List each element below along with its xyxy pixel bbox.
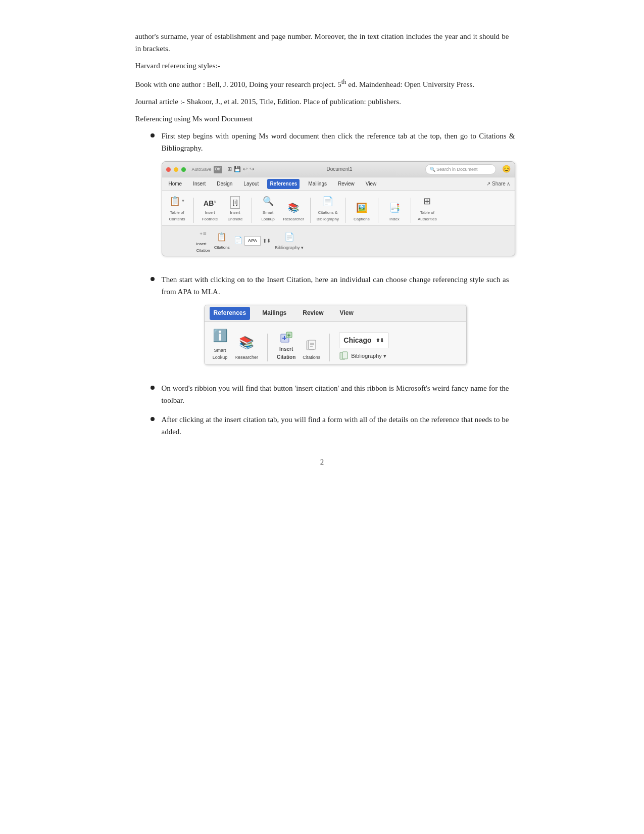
search-box-1[interactable]: 🔍 Search in Document: [425, 164, 496, 174]
tool-toc: 📋 ▼ Table ofContents: [167, 194, 187, 222]
researcher-icon: 📚: [288, 201, 299, 215]
chicago-biblio-group: Chicago ⬆⬇ Bibliography ▾: [339, 333, 388, 361]
sep2-2: [329, 334, 330, 361]
menu-view[interactable]: View: [363, 179, 379, 189]
sep-3: [310, 198, 311, 223]
index-label: Index: [389, 216, 400, 223]
sep-2: [252, 198, 252, 223]
tool2-smart: ℹ️ SmartLookup: [213, 326, 228, 361]
toolbar-icon-4: ↪: [250, 165, 254, 174]
captions-label: Captions: [354, 216, 370, 223]
bibliography-row[interactable]: Bibliography ▾: [339, 351, 386, 361]
tool-footnote: AB¹ InsertFootnote: [200, 198, 220, 223]
menu2-review[interactable]: Review: [299, 307, 327, 319]
text-block-4: Journal article :- Shakoor, J., et al. 2…: [135, 96, 509, 108]
tool2-citations[interactable]: Citations: [303, 339, 320, 361]
menu-bar-2: References Mailings Review View: [205, 305, 466, 321]
citations-label: Citations &Bibliography: [317, 210, 339, 223]
tool-researcher: 📚 Researcher: [283, 201, 304, 223]
bullet-text-3: On word's ribbion you will find that but…: [162, 382, 509, 406]
apa-badge[interactable]: APA: [244, 236, 261, 245]
word-ribbon-partial: References Mailings Review View ℹ️ Smart…: [204, 305, 467, 364]
bullet-dot-3: [151, 386, 155, 390]
paragraph5: Referencing using Ms word Document: [135, 113, 509, 125]
menu-references[interactable]: References: [267, 179, 300, 189]
authorities-icon: ⊞: [423, 194, 431, 209]
insert-citation-icons: [280, 331, 293, 344]
sep-6: [411, 198, 411, 223]
titlebar-1: AutoSave Off ⊞ 💾 ↩ ↪ Document1 🔍 Search …: [162, 162, 515, 177]
bibliography-label: Bibliography ▾: [275, 244, 304, 251]
bullet-text-4: After clicking at the insert citation ta…: [162, 413, 509, 438]
bullet-text-1: First step begins with opening Ms word d…: [162, 130, 515, 266]
insert-citation-label: InsertCitation: [196, 241, 210, 254]
paragraph2: Harvard referencing styles:-: [135, 60, 509, 72]
minimize-btn[interactable]: [174, 167, 178, 172]
bibliography-icon: 📄: [284, 230, 294, 244]
maximize-btn[interactable]: [181, 167, 186, 172]
citations-list-label: Citations: [214, 245, 230, 251]
toolbar-icon-3: ↩: [243, 165, 247, 174]
toolbar-1: 📋 ▼ Table ofContents AB¹ InsertFootnote: [162, 191, 515, 225]
tool2-researcher: 📚 Researcher: [235, 333, 259, 361]
footnote-icon: AB¹: [204, 198, 216, 209]
toc-icon: 📋: [169, 194, 180, 209]
menu-layout[interactable]: Layout: [241, 179, 261, 189]
researcher-label: Researcher: [283, 216, 304, 223]
citations-icon: 📄: [322, 194, 333, 209]
menu-design[interactable]: Design: [214, 179, 235, 189]
apa-doc-icon: 📄: [234, 235, 242, 246]
toolbar-2: ℹ️ SmartLookup 📚 Researcher: [205, 322, 466, 364]
bullet-item-4: After clicking at the insert citation ta…: [151, 413, 509, 438]
dropdown-row-1: + ≡ InsertCitation 📋 Citations: [162, 225, 515, 256]
tool-captions: 🖼️ Captions: [352, 201, 372, 223]
autosave-label: AutoSave: [192, 166, 212, 173]
tool-endnote: [i] InsertEndnote: [225, 196, 245, 222]
menu2-mailings[interactable]: Mailings: [258, 307, 290, 319]
text-block-1: author's surname, year of establishment …: [135, 30, 509, 55]
sep2-1: [267, 334, 268, 361]
apa-section: 📄 APA ⬆⬇: [234, 235, 271, 246]
index-icon: 📑: [389, 201, 400, 215]
ruler-spacer: [167, 241, 192, 241]
text-block-5: Referencing using Ms word Document: [135, 113, 509, 125]
dropdown-insert-citation[interactable]: + ≡ InsertCitation: [196, 228, 210, 254]
menu-home[interactable]: Home: [166, 179, 185, 189]
tool-index: 📑 Index: [384, 201, 405, 223]
chicago-dropdown[interactable]: Chicago ⬆⬇: [339, 333, 388, 348]
apa-arrows: ⬆⬇: [263, 237, 271, 245]
endnote-icon: [i]: [230, 196, 239, 209]
svg-rect-12: [342, 352, 348, 359]
doc-title-1: Document1: [257, 165, 422, 173]
bullet-item-2: Then start with clicking on to the Inser…: [151, 273, 509, 375]
menu-insert[interactable]: Insert: [190, 179, 208, 189]
insert-citation-icon: + ≡: [197, 228, 209, 240]
toc-arrow: ▼: [181, 198, 185, 205]
menu-bar-1: Home Insert Design Layout References Mai…: [162, 177, 515, 191]
sep-1: [193, 198, 194, 223]
tool2-insert-citation[interactable]: InsertCitation: [277, 331, 295, 361]
menu-mailings[interactable]: Mailings: [306, 179, 329, 189]
researcher2-label: Researcher: [235, 354, 259, 361]
endnote-label: InsertEndnote: [228, 210, 243, 223]
dropdown-citations[interactable]: 📋 Citations: [214, 230, 230, 251]
paragraph3: Book with one author : Bell, J. 2010, Do…: [135, 77, 509, 90]
menu-review[interactable]: Review: [335, 179, 357, 189]
tool-authorities: ⊞ Table ofAuthorities: [417, 194, 437, 222]
citations2-icon-group: [305, 339, 318, 352]
menu2-view[interactable]: View: [336, 307, 358, 319]
smart-label: SmartLookup: [261, 210, 274, 223]
share-label[interactable]: ↗ Share ∧: [486, 180, 510, 188]
paragraph1: author's surname, year of establishment …: [135, 30, 509, 55]
off-badge: Off: [214, 166, 222, 173]
close-btn[interactable]: [166, 167, 171, 172]
toolbar-icon-1: ⊞: [227, 165, 232, 174]
paragraph4: Journal article :- Shakoor, J., et al. 2…: [135, 96, 509, 108]
plus-cite-icon: [280, 331, 293, 344]
page-number: 2: [135, 458, 509, 467]
bullet-list: First step begins with opening Ms word d…: [151, 130, 509, 438]
word-ribbon-full: AutoSave Off ⊞ 💾 ↩ ↪ Document1 🔍 Search …: [162, 161, 515, 256]
dropdown-bibliography[interactable]: 📄 Bibliography ▾: [275, 230, 304, 252]
menu2-references[interactable]: References: [210, 307, 251, 319]
chicago-arrows: ⬆⬇: [376, 337, 384, 345]
